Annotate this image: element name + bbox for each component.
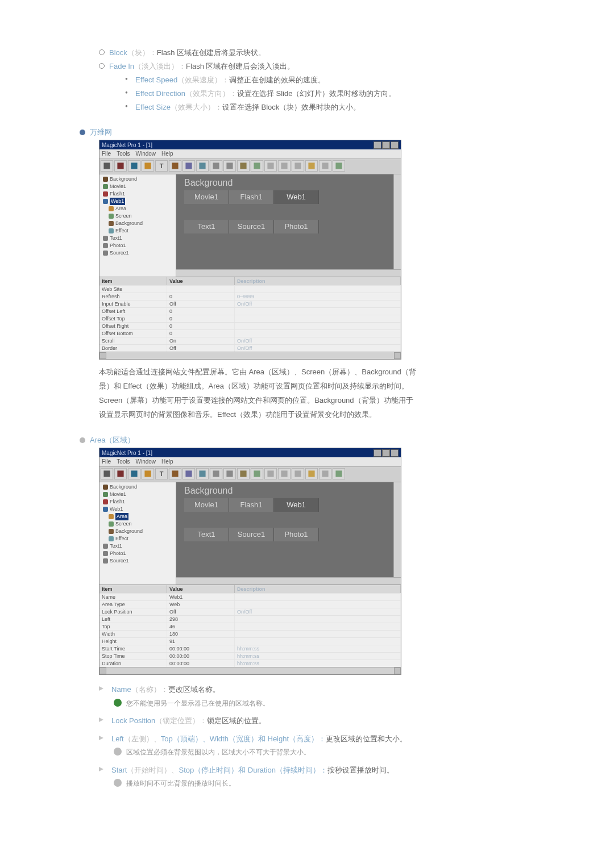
tree-node[interactable]: Area — [101, 513, 175, 520]
property-row[interactable]: Offset Top0 — [99, 315, 401, 322]
align1-icon[interactable] — [210, 160, 222, 172]
canvas-tile[interactable]: Source1 — [229, 528, 274, 541]
prop-value[interactable]: 180 — [167, 631, 235, 637]
text-icon[interactable]: T — [155, 160, 168, 172]
text-icon[interactable]: T — [155, 468, 168, 479]
tree-node[interactable]: Web1 — [101, 506, 175, 513]
scrollbar-horizontal[interactable] — [176, 269, 401, 277]
redo-icon[interactable] — [319, 468, 331, 479]
menu-item[interactable]: Help — [161, 457, 173, 466]
canvas-tile[interactable]: Movie1 — [184, 498, 229, 512]
property-row[interactable]: Start Time00:00:00hh:mm:ss — [99, 645, 401, 652]
layer1-icon[interactable] — [278, 468, 291, 479]
prop-value[interactable]: On — [167, 337, 235, 344]
prop-value[interactable]: 91 — [167, 638, 235, 645]
layout-icon[interactable] — [142, 468, 154, 479]
image-icon[interactable] — [196, 468, 209, 479]
align2-icon[interactable] — [223, 160, 236, 172]
property-row[interactable]: Top46 — [99, 623, 401, 630]
property-panel[interactable]: ItemValueDescriptionWeb SiteRefresh00–99… — [99, 277, 401, 359]
prop-value[interactable]: 0 — [167, 323, 235, 329]
prop-value[interactable]: 00:00:00 — [167, 660, 235, 667]
property-row[interactable]: Offset Right0 — [99, 322, 401, 329]
tree-node[interactable]: Background — [101, 176, 175, 183]
canvas-tile[interactable]: Movie1 — [184, 190, 229, 204]
menu-item[interactable]: File — [102, 457, 111, 466]
tree-node[interactable]: Background — [101, 483, 175, 491]
sound-icon[interactable] — [237, 160, 250, 172]
globe-icon[interactable] — [128, 160, 140, 172]
property-row[interactable]: Refresh00–9999 — [99, 293, 401, 300]
scrollbar-vertical[interactable] — [393, 482, 401, 578]
menubar[interactable]: FileToolsWindowHelp — [99, 149, 401, 158]
prop-value[interactable]: 46 — [167, 623, 235, 630]
tree-node[interactable]: Flash1 — [101, 498, 175, 506]
property-row[interactable]: Offset Bottom0 — [99, 329, 401, 337]
scrollbar-horizontal[interactable] — [99, 667, 401, 674]
property-row[interactable]: NameWeb1 — [99, 593, 401, 600]
prop-value[interactable] — [167, 286, 235, 293]
stop-icon[interactable] — [333, 160, 345, 172]
tree-node[interactable]: Text1 — [101, 542, 175, 550]
redo-icon[interactable] — [319, 160, 331, 172]
property-row[interactable]: BorderOffOn/Off — [99, 344, 401, 352]
prop-value[interactable]: 0 — [167, 330, 235, 337]
property-row[interactable]: Area TypeWeb — [99, 600, 401, 608]
prop-value[interactable]: Off — [167, 608, 235, 615]
property-row[interactable]: Offset Left0 — [99, 307, 401, 315]
back-icon[interactable] — [264, 160, 277, 172]
canvas-tile[interactable]: Text1 — [184, 528, 229, 541]
property-row[interactable]: Stop Time00:00:00hh:mm:ss — [99, 652, 401, 660]
minimize-icon[interactable] — [374, 449, 381, 457]
menu-item[interactable]: Window — [135, 457, 156, 466]
tree-node[interactable]: Effect — [101, 227, 175, 235]
layer1-icon[interactable] — [278, 160, 291, 172]
property-row[interactable]: Width180 — [99, 630, 401, 637]
canvas-tile[interactable]: Source1 — [229, 220, 274, 233]
layer2-icon[interactable] — [292, 468, 304, 479]
globe-icon[interactable] — [128, 468, 140, 479]
tree-node[interactable]: Movie1 — [101, 183, 175, 190]
layout-canvas[interactable]: BackgroundMovie1Flash1Web1Text1Source1Ph… — [176, 482, 401, 585]
stop-icon[interactable] — [333, 468, 345, 479]
prop-value[interactable]: 00:00:00 — [167, 653, 235, 660]
save-icon[interactable] — [182, 468, 195, 479]
movie-icon[interactable] — [169, 160, 181, 172]
undo-icon[interactable] — [305, 160, 318, 172]
scrollbar-horizontal[interactable] — [99, 352, 401, 359]
prop-value[interactable]: Off — [167, 301, 235, 307]
canvas-tile[interactable]: Web1 — [274, 498, 319, 512]
prop-value[interactable]: Web — [167, 601, 235, 608]
canvas-tile[interactable]: Text1 — [184, 220, 229, 233]
image-icon[interactable] — [196, 160, 209, 172]
menu-item[interactable]: Tools — [117, 149, 130, 158]
tree-node[interactable]: Text1 — [101, 235, 175, 242]
movie-icon[interactable] — [169, 468, 181, 479]
window-buttons[interactable] — [374, 141, 399, 149]
tree-node[interactable]: Area — [101, 205, 175, 212]
tree-node[interactable]: Screen — [101, 212, 175, 220]
property-row[interactable]: Height91 — [99, 637, 401, 645]
maximize-icon[interactable] — [382, 141, 390, 149]
menu-item[interactable]: Tools — [117, 457, 130, 466]
sound-icon[interactable] — [237, 468, 250, 479]
screen-icon[interactable] — [114, 468, 127, 479]
tree-panel[interactable]: BackgroundMovie1Flash1Web1AreaScreenBack… — [99, 482, 176, 585]
canvas-tile[interactable]: Photo1 — [274, 220, 319, 233]
prop-value[interactable]: 0 — [167, 315, 235, 322]
layout-canvas[interactable]: BackgroundMovie1Flash1Web1Text1Source1Ph… — [176, 174, 401, 277]
clock-icon[interactable] — [251, 468, 263, 479]
scrollbar-horizontal[interactable] — [176, 577, 401, 585]
align2-icon[interactable] — [223, 468, 236, 479]
tree-node[interactable]: Web1 — [101, 198, 175, 205]
tree-node[interactable]: Effect — [101, 535, 175, 542]
menu-item[interactable]: Help — [161, 149, 173, 158]
tree-node[interactable]: Source1 — [101, 249, 175, 257]
new-icon[interactable] — [101, 160, 113, 172]
close-icon[interactable] — [391, 449, 399, 457]
maximize-icon[interactable] — [382, 449, 390, 457]
toolbar[interactable]: T — [99, 158, 401, 174]
canvas-tile[interactable]: Flash1 — [229, 498, 274, 512]
property-row[interactable]: Duration00:00:00hh:mm:ss — [99, 660, 401, 667]
prop-value[interactable]: 0 — [167, 308, 235, 315]
